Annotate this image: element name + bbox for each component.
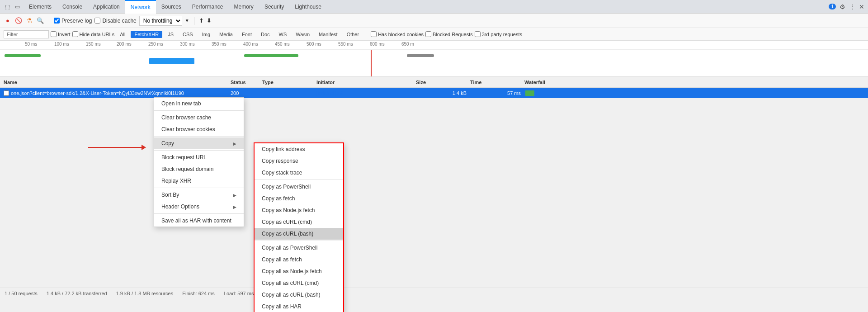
filter-icon[interactable]: ⚗ [25, 17, 33, 25]
row-size: 1.4 kB [416, 90, 470, 96]
tab-network[interactable]: Network [125, 0, 156, 14]
ctx-block-domain[interactable]: Block request domain [154, 163, 244, 175]
copy-all-as-fetch[interactable]: Copy all as fetch [255, 254, 343, 265]
disable-cache-checkbox[interactable] [94, 18, 100, 24]
copy-all-as-powershell[interactable]: Copy all as PowerShell [255, 242, 343, 254]
tab-sources[interactable]: Sources [156, 0, 187, 14]
invert-text: Invert [58, 32, 71, 37]
copy-stack-trace[interactable]: Copy stack trace [255, 167, 343, 179]
tick-50: 50 ms [25, 42, 37, 47]
ctx-clear-cache[interactable]: Clear browser cache [154, 112, 244, 123]
filter-other[interactable]: Other [343, 31, 363, 38]
filter-js[interactable]: JS [164, 31, 177, 38]
filter-manifest[interactable]: Manifest [315, 31, 341, 38]
copy-as-nodejs-fetch[interactable]: Copy as Node.js fetch [255, 204, 343, 216]
requests-count: 1 / 50 requests [5, 291, 38, 296]
preserve-log-checkbox[interactable] [54, 18, 60, 24]
copy-sep-1 [255, 180, 343, 180]
ctx-sort-by[interactable]: Sort By [154, 189, 244, 201]
table-row[interactable]: one.json?client=browser-sdk/1.2&X-User-T… [0, 88, 868, 99]
copy-all-as-nodejs-fetch[interactable]: Copy all as Node.js fetch [255, 265, 343, 277]
ctx-copy[interactable]: Copy [154, 137, 244, 149]
tab-memory[interactable]: Memory [229, 0, 259, 14]
row-initiator[interactable]: jinrishici.js:5 [316, 90, 416, 96]
header-initiator[interactable]: Initiator [316, 80, 416, 85]
filter-css[interactable]: CSS [179, 31, 197, 38]
inspect-icon[interactable]: ⬚ [4, 3, 11, 10]
invert-checkbox[interactable] [51, 31, 57, 37]
tab-security[interactable]: Security [259, 0, 289, 14]
tick-300: 300 ms [180, 42, 195, 47]
ctx-header-options[interactable]: Header Options [154, 201, 244, 213]
throttle-select[interactable]: No throttling [139, 16, 182, 26]
download-icon[interactable]: ⬇ [207, 17, 212, 24]
timeline-marker [371, 50, 372, 77]
ctx-sep-1 [154, 110, 244, 111]
ctx-sort-label: Sort By [161, 192, 179, 198]
copy-as-powershell[interactable]: Copy as PowerShell [255, 181, 343, 193]
header-status[interactable]: Status [231, 80, 262, 85]
filter-font[interactable]: Font [238, 31, 255, 38]
ctx-sep-3 [154, 150, 244, 151]
ctx-block-url[interactable]: Block request URL [154, 151, 244, 163]
copy-link-address[interactable]: Copy link address [255, 143, 343, 155]
header-name[interactable]: Name [0, 80, 231, 85]
tab-application[interactable]: Application [88, 0, 125, 14]
blocked-requests-label: Blocked Requests [425, 31, 473, 37]
ctx-clear-cookies[interactable]: Clear browser cookies [154, 123, 244, 135]
tab-lighthouse[interactable]: Lighthouse [289, 0, 327, 14]
upload-icon[interactable]: ⬆ [199, 17, 204, 24]
row-name-text: one.json?client=browser-sdk/1.2&X-User-T… [11, 90, 184, 96]
finish-time: Finish: 624 ms [182, 291, 215, 296]
filter-img[interactable]: Img [198, 31, 214, 38]
filter-input[interactable] [4, 30, 49, 38]
ctx-sep-5 [154, 213, 244, 214]
header-time[interactable]: Time [470, 80, 524, 85]
has-blocked-checkbox[interactable] [371, 31, 377, 37]
copy-as-curl-cmd[interactable]: Copy as cURL (cmd) [255, 216, 343, 228]
third-party-label: 3rd-party requests [475, 31, 522, 37]
timeline-bar-3 [244, 54, 298, 57]
ctx-replay-xhr[interactable]: Replay XHR [154, 175, 244, 187]
copy-all-as-curl-bash[interactable]: Copy all as cURL (bash) [255, 289, 343, 301]
ctx-save-har[interactable]: Save all as HAR with content [154, 215, 244, 227]
tab-performance[interactable]: Performance [187, 0, 229, 14]
third-party-checkbox[interactable] [475, 31, 481, 37]
load-time: Load: 597 ms [224, 291, 254, 296]
copy-as-curl-bash[interactable]: Copy as cURL (bash) [255, 228, 343, 240]
arrow-shaft [88, 147, 142, 148]
filter-ws[interactable]: WS [275, 31, 291, 38]
filter-all[interactable]: All [116, 31, 129, 38]
close-icon[interactable]: ✕ [859, 3, 864, 10]
ctx-open-tab[interactable]: Open in new tab [154, 98, 244, 109]
copy-response[interactable]: Copy response [255, 155, 343, 167]
more-icon[interactable]: ⋮ [849, 3, 855, 10]
filter-doc[interactable]: Doc [257, 31, 274, 38]
row-checkbox[interactable] [4, 90, 9, 96]
filter-wasm[interactable]: Wasm [292, 31, 313, 38]
blocked-requests-checkbox[interactable] [425, 31, 431, 37]
clear-icon[interactable]: 🚫 [14, 17, 23, 25]
timeline: 50 ms 100 ms 150 ms 200 ms 250 ms 300 ms… [0, 41, 868, 77]
filter-media[interactable]: Media [216, 31, 236, 38]
tab-right: 1 ⚙ ⋮ ✕ [829, 3, 864, 10]
header-waterfall[interactable]: Waterfall [524, 80, 868, 85]
record-icon[interactable]: ● [4, 17, 12, 25]
header-type[interactable]: Type [262, 80, 316, 85]
tab-console[interactable]: Console [57, 0, 88, 14]
tab-elements[interactable]: Elements [24, 0, 57, 14]
copy-all-as-har[interactable]: Copy all as HAR [255, 301, 343, 312]
throttle-arrow: ▼ [185, 18, 189, 23]
disable-cache-label: Disable cache [94, 18, 136, 24]
network-toolbar: ● 🚫 ⚗ 🔍 Preserve log Disable cache No th… [0, 14, 868, 28]
hide-data-urls-checkbox[interactable] [72, 31, 78, 37]
search-icon[interactable]: 🔍 [36, 17, 44, 25]
filter-fetch-xhr[interactable]: Fetch/XHR [131, 31, 162, 38]
timeline-bar-1 [5, 54, 41, 57]
settings-icon[interactable]: ⚙ [840, 3, 845, 10]
device-icon[interactable]: ▭ [14, 3, 21, 10]
copy-as-fetch[interactable]: Copy as fetch [255, 193, 343, 204]
hide-data-urls-text: Hide data URLs [80, 32, 115, 37]
copy-all-as-curl-cmd[interactable]: Copy all as cURL (cmd) [255, 277, 343, 289]
header-size[interactable]: Size [416, 80, 470, 85]
